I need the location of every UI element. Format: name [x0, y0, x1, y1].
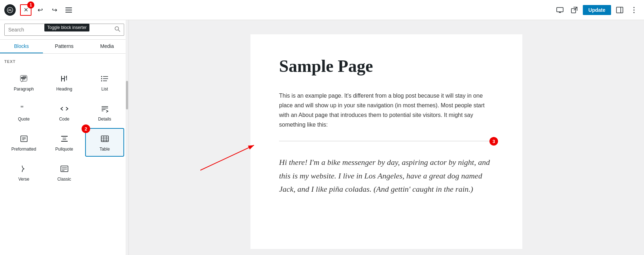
separator-line: [279, 141, 494, 141]
text-section-label: TEXT: [4, 59, 124, 64]
search-icon: [114, 26, 120, 33]
toggle-inserter-button[interactable]: ✕ 1: [20, 4, 31, 16]
list-label: List: [101, 87, 108, 92]
svg-point-24: [101, 80, 102, 82]
svg-line-47: [200, 145, 254, 170]
redo-button[interactable]: ↪: [49, 4, 60, 16]
svg-point-11: [634, 9, 635, 10]
table-label: Table: [99, 147, 110, 152]
options-button[interactable]: [628, 4, 640, 16]
page-body[interactable]: This is an example page. It's different …: [279, 91, 494, 130]
svg-text:¶: ¶: [21, 76, 24, 82]
blocks-content: TEXT ¶ Paragraph: [0, 54, 128, 255]
heading-label: Heading: [56, 87, 72, 92]
main-area: Blocks Patterns Media TEXT ¶ Paragraph: [0, 20, 644, 255]
toggle-tooltip: Toggle block inserter: [44, 24, 89, 31]
block-item-heading[interactable]: Heading: [45, 68, 84, 97]
block-item-pullquote[interactable]: Pullquote: [45, 128, 84, 157]
tab-patterns[interactable]: Patterns: [43, 40, 86, 53]
quote-label: Quote: [18, 117, 30, 122]
block-item-classic[interactable]: Classic: [45, 158, 84, 187]
badge-1: 1: [27, 1, 34, 9]
svg-rect-3: [557, 8, 563, 12]
block-inserter-panel: Blocks Patterns Media TEXT ¶ Paragraph: [0, 20, 129, 255]
badge-2: 2: [82, 124, 90, 133]
svg-text:": ": [20, 104, 24, 113]
details-icon: [101, 104, 109, 114]
desktop-view-button[interactable]: [554, 4, 566, 16]
code-icon: [60, 104, 69, 114]
toolbar-right: Update: [554, 4, 640, 16]
options-icon: [633, 7, 635, 13]
tools-button[interactable]: [63, 4, 74, 16]
svg-rect-2: [65, 12, 72, 13]
external-view-button[interactable]: [569, 4, 580, 16]
svg-point-10: [634, 7, 635, 8]
toggle-inserter-container: ✕ 1 Toggle block inserter: [20, 4, 31, 16]
pullquote-icon: [60, 134, 69, 144]
classic-icon: [60, 165, 69, 175]
block-item-code[interactable]: Code: [45, 98, 84, 127]
tab-blocks[interactable]: Blocks: [0, 40, 43, 53]
svg-rect-37: [101, 136, 108, 142]
code-label: Code: [59, 117, 69, 122]
block-item-details[interactable]: Details: [85, 98, 124, 127]
svg-line-14: [118, 30, 120, 32]
svg-rect-42: [61, 166, 68, 172]
svg-point-23: [101, 78, 102, 79]
block-item-verse[interactable]: Verse: [4, 158, 43, 187]
close-icon: ✕: [24, 6, 28, 13]
paragraph-icon: ¶: [20, 74, 28, 84]
heading-icon: [60, 74, 69, 84]
badge-3: 3: [489, 137, 498, 146]
external-link-icon: [571, 7, 577, 13]
page-title[interactable]: Sample Page: [279, 56, 494, 77]
blocks-grid: ¶ Paragraph Heading: [4, 68, 124, 187]
preformatted-label: Preformatted: [11, 147, 36, 152]
undo-button[interactable]: ↩: [34, 4, 46, 16]
block-item-preformatted[interactable]: Preformatted: [4, 128, 43, 157]
pullquote-label: Pullquote: [55, 147, 73, 152]
toolbar: ✕ 1 Toggle block inserter ↩ ↪: [0, 0, 644, 20]
block-item-quote[interactable]: " Quote: [4, 98, 43, 127]
details-label: Details: [98, 117, 111, 122]
tools-icon: [65, 8, 72, 13]
settings-panel-icon: [616, 7, 623, 13]
annotation-arrow: [129, 34, 258, 249]
wp-logo: [4, 4, 16, 16]
editor-area: Sample Page This is an example page. It'…: [129, 20, 644, 255]
scroll-thumb[interactable]: [126, 81, 128, 109]
tabs: Blocks Patterns Media: [0, 40, 128, 54]
settings-panel-button[interactable]: [614, 4, 625, 16]
svg-point-12: [634, 12, 635, 13]
separator-container: 3: [279, 141, 494, 141]
verse-icon: [20, 165, 28, 175]
wp-logo-icon: [6, 6, 14, 14]
block-item-table[interactable]: Table 2: [85, 128, 124, 157]
table-icon: [101, 134, 109, 144]
svg-rect-0: [65, 8, 72, 8]
preformatted-icon: [20, 134, 28, 144]
tab-media[interactable]: Media: [86, 40, 128, 53]
desktop-icon: [556, 7, 564, 13]
svg-rect-1: [65, 10, 72, 10]
svg-rect-8: [616, 7, 623, 13]
block-item-paragraph[interactable]: ¶ Paragraph: [4, 68, 43, 97]
list-icon: [101, 74, 109, 84]
editor-canvas: Sample Page This is an example page. It'…: [250, 34, 522, 249]
verse-label: Verse: [18, 177, 29, 182]
scroll-track: [126, 20, 128, 255]
paragraph-label: Paragraph: [14, 87, 34, 92]
classic-label: Classic: [57, 177, 71, 182]
italic-quote[interactable]: Hi there! I'm a bike messenger by day, a…: [279, 148, 494, 203]
quote-icon: ": [20, 104, 28, 114]
block-item-list[interactable]: List: [85, 68, 124, 97]
svg-point-22: [101, 76, 102, 77]
update-button[interactable]: Update: [583, 5, 611, 15]
